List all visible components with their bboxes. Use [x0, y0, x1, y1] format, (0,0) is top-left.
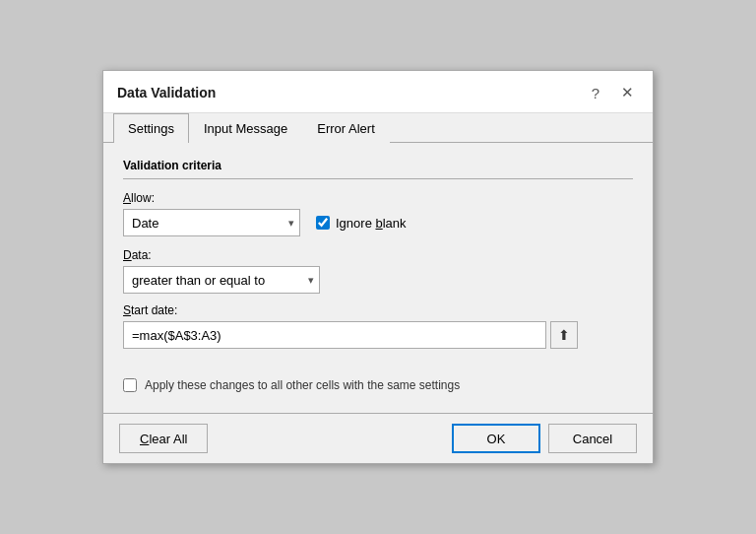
- cancel-button[interactable]: Cancel: [548, 424, 637, 453]
- allow-select[interactable]: Any value Whole number Decimal List Date…: [123, 209, 300, 236]
- help-button[interactable]: ?: [584, 81, 607, 104]
- section-title: Validation criteria: [123, 159, 633, 172]
- start-date-input-row: ⬆: [123, 321, 633, 349]
- data-validation-dialog: Data Validation ? ✕ Settings Input Messa…: [102, 70, 654, 464]
- start-date-input[interactable]: [123, 321, 546, 349]
- allow-label: Allow:: [123, 191, 633, 205]
- data-group: Data: between not between equal to not e…: [123, 248, 633, 294]
- title-bar-buttons: ? ✕: [584, 81, 639, 104]
- data-select-wrapper: between not between equal to not equal t…: [123, 266, 320, 294]
- ignore-blank-checkbox[interactable]: [316, 216, 330, 230]
- data-label: Data:: [123, 248, 633, 262]
- apply-changes-label[interactable]: Apply these changes to all other cells w…: [145, 378, 460, 392]
- dialog-title: Data Validation: [117, 85, 216, 100]
- section-divider: [123, 178, 633, 179]
- close-button[interactable]: ✕: [615, 81, 639, 104]
- data-select[interactable]: between not between equal to not equal t…: [123, 266, 320, 294]
- allow-group: Allow: Any value Whole number Decimal Li…: [123, 191, 633, 236]
- footer-left: Clear All: [119, 424, 208, 453]
- start-date-collapse-button[interactable]: ⬆: [550, 321, 578, 349]
- ok-button[interactable]: OK: [452, 424, 540, 453]
- settings-content: Validation criteria Allow: Any value Who…: [103, 143, 653, 413]
- footer-right: OK Cancel: [452, 424, 637, 453]
- start-date-label: Start date:: [123, 303, 633, 317]
- start-date-group: Start date: ⬆: [123, 303, 633, 349]
- ignore-blank-label[interactable]: Ignore blank: [336, 216, 407, 231]
- dialog-footer: Clear All OK Cancel: [103, 413, 653, 463]
- clear-all-button[interactable]: Clear All: [119, 424, 208, 453]
- allow-select-wrapper: Any value Whole number Decimal List Date…: [123, 209, 300, 236]
- title-bar: Data Validation ? ✕: [103, 71, 653, 113]
- tab-settings[interactable]: Settings: [113, 113, 189, 143]
- apply-changes-row: Apply these changes to all other cells w…: [123, 378, 633, 392]
- allow-row: Any value Whole number Decimal List Date…: [123, 209, 633, 236]
- ignore-blank-row: Ignore blank: [316, 216, 407, 231]
- tab-input-message[interactable]: Input Message: [189, 113, 302, 143]
- apply-changes-checkbox[interactable]: [123, 378, 137, 392]
- tab-error-alert[interactable]: Error Alert: [302, 113, 390, 143]
- tab-bar: Settings Input Message Error Alert: [103, 113, 653, 143]
